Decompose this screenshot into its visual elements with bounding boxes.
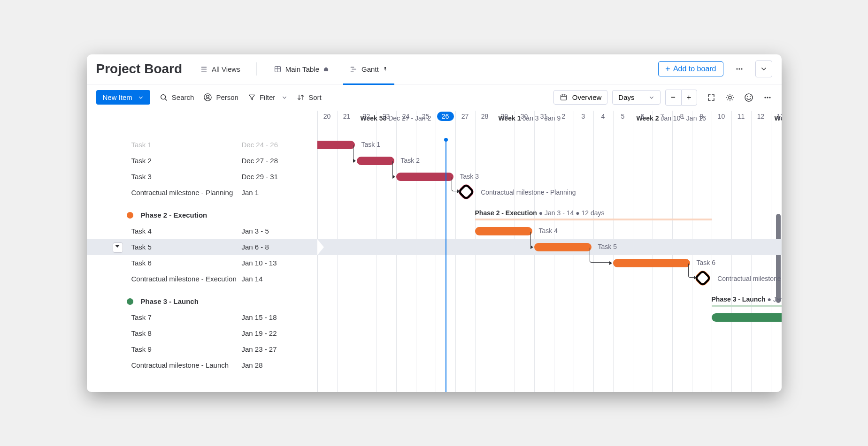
zoom-controls: − + [665, 90, 697, 106]
svg-point-9 [745, 94, 753, 101]
pin-icon [383, 67, 388, 72]
tab-main-label: Main Table [285, 65, 319, 73]
filter-icon [248, 93, 256, 101]
svg-point-2 [738, 68, 740, 69]
sort-button[interactable]: Sort [297, 93, 322, 101]
feedback-icon[interactable] [744, 93, 753, 102]
overview-label: Overview [572, 93, 602, 101]
new-item-label: New Item [103, 93, 132, 101]
scale-select[interactable]: Days [612, 90, 660, 105]
all-views-label: All Views [212, 65, 240, 73]
task-bar[interactable] [317, 141, 355, 149]
milestone-label: Contractual milestone - Execution [717, 275, 781, 282]
day-number: 7 [653, 111, 672, 120]
today-line [446, 140, 446, 392]
task-bar[interactable] [396, 173, 453, 181]
day-number: 24 [396, 111, 416, 120]
svg-point-13 [767, 97, 768, 98]
task-row[interactable]: Task 4Jan 3 - 5 [87, 223, 317, 239]
chevron-down-icon [282, 95, 287, 100]
dots-icon [735, 64, 744, 74]
task-row[interactable]: Task 5Jan 6 - 8 [87, 239, 317, 255]
task-row[interactable]: Task 3Dec 29 - 31 [87, 169, 317, 185]
task-bar[interactable] [712, 313, 782, 322]
task-name: Task 9 [131, 345, 242, 353]
task-date: Jan 28 [242, 361, 317, 369]
task-bar[interactable] [475, 227, 532, 235]
separator [256, 62, 257, 76]
overview-select[interactable]: Overview [553, 90, 608, 105]
zoom-in-button[interactable]: + [681, 90, 697, 106]
group-name: Phase 3 - Launch [141, 297, 199, 305]
all-views-button[interactable]: All Views [194, 62, 246, 76]
search-icon [160, 93, 168, 102]
list-icon [200, 65, 208, 73]
milestone-label: Contractual milestone - Planning [481, 189, 576, 196]
gantt-canvas[interactable]: ec 26Week 53 Dec 27 - Jan 2Week 1 Jan 3 … [317, 111, 782, 392]
task-row[interactable]: Task 1Dec 24 - 26 [87, 137, 317, 153]
task-date: Jan 10 - 13 [242, 259, 317, 267]
tab-main-table[interactable]: Main Table [267, 58, 336, 81]
more-menu-button[interactable] [731, 60, 748, 77]
new-item-button[interactable]: New Item [96, 90, 150, 105]
task-date: Jan 1 [242, 189, 317, 197]
task-bar[interactable] [357, 157, 394, 165]
scale-label: Days [618, 93, 634, 101]
task-row[interactable]: Task 6Jan 10 - 13 [87, 255, 317, 271]
day-number: 22 [357, 111, 376, 120]
task-name: Task 3 [131, 173, 242, 181]
task-name: Task 4 [131, 227, 242, 235]
group-header[interactable]: Phase 2 - Execution [87, 207, 317, 223]
sort-icon [297, 93, 305, 101]
day-number: 27 [455, 111, 475, 120]
svg-point-10 [747, 96, 748, 97]
milestone-marker[interactable] [460, 186, 472, 197]
gear-icon[interactable] [725, 93, 735, 102]
day-number: 9 [692, 111, 712, 120]
task-row[interactable]: Contractual milestone - LaunchJan 28 [87, 357, 317, 373]
person-icon [203, 93, 212, 102]
task-name: Task 2 [131, 157, 242, 165]
chevron-down-icon [649, 95, 654, 100]
person-label: Person [216, 93, 238, 101]
milestone-marker[interactable] [697, 272, 708, 284]
task-bar[interactable] [613, 259, 690, 267]
add-to-board-button[interactable]: + Add to board [658, 61, 723, 76]
phase-label: Phase 2 - Execution ● Jan 3 - 14 ● 12 da… [475, 209, 605, 217]
day-number: 20 [317, 111, 337, 120]
day-number: 28 [475, 111, 495, 120]
task-row[interactable]: Task 9Jan 23 - 27 [87, 341, 317, 357]
fullscreen-icon[interactable] [707, 93, 716, 102]
day-number: 29 [495, 111, 515, 120]
task-name: Contractual milestone - Launch [131, 361, 242, 369]
task-name: Task 5 [131, 243, 242, 251]
task-date: Jan 6 - 8 [242, 243, 317, 251]
day-number: 11 [731, 111, 751, 120]
calendar-icon [560, 93, 568, 101]
phase-label: Phase 3 - Launch ● Jan 15 - 28 ● 14 days [712, 295, 782, 303]
sort-label: Sort [308, 93, 322, 101]
task-row[interactable]: Task 8Jan 19 - 22 [87, 325, 317, 341]
filter-label: Filter [260, 93, 275, 101]
person-filter-button[interactable]: Person [203, 93, 238, 102]
content-area: Task 1Dec 24 - 26Task 2Dec 27 - 28Task 3… [87, 111, 782, 392]
collapse-button[interactable] [755, 60, 772, 77]
chevron-down-icon [138, 95, 144, 100]
search-button[interactable]: Search [160, 93, 194, 102]
task-date: Dec 24 - 26 [242, 141, 317, 149]
task-row[interactable]: Task 2Dec 27 - 28 [87, 153, 317, 169]
group-header[interactable]: Phase 3 - Launch [87, 294, 317, 310]
day-number: 3 [574, 111, 593, 120]
task-row[interactable]: Task 7Jan 15 - 18 [87, 310, 317, 325]
search-label: Search [172, 93, 194, 101]
tab-gantt[interactable]: Gantt [343, 58, 394, 81]
task-bar[interactable] [534, 243, 591, 251]
task-name: Task 8 [131, 329, 242, 337]
task-row[interactable]: Contractual milestone - PlanningJan 1 [87, 185, 317, 201]
task-date: Jan 15 - 18 [242, 313, 317, 321]
zoom-out-button[interactable]: − [665, 90, 681, 106]
day-number: 31 [534, 111, 554, 120]
filter-button[interactable]: Filter [248, 93, 287, 101]
more-icon[interactable] [763, 93, 772, 102]
task-row[interactable]: Contractual milestone - ExecutionJan 14 [87, 271, 317, 287]
